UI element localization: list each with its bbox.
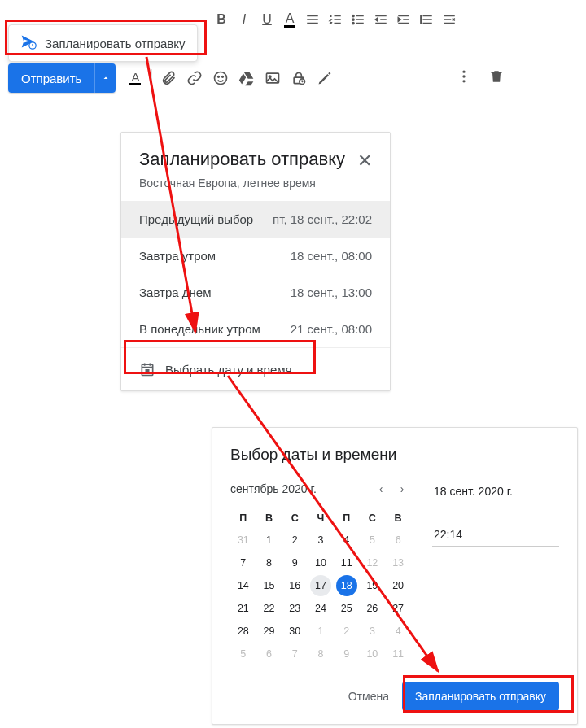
calendar-day[interactable]: 23 bbox=[282, 597, 308, 620]
close-icon[interactable]: ✕ bbox=[357, 150, 372, 172]
text-format-icon[interactable]: A bbox=[122, 65, 148, 91]
schedule-send-popup: Запланировать отправку ✕ Восточная Европ… bbox=[120, 132, 391, 391]
bullet-list-icon[interactable] bbox=[347, 8, 370, 31]
calendar-day[interactable]: 14 bbox=[230, 574, 256, 597]
calendar-day[interactable]: 29 bbox=[256, 620, 282, 643]
clear-format-icon[interactable] bbox=[438, 8, 461, 31]
calendar-day[interactable]: 4 bbox=[385, 620, 411, 643]
calendar-day[interactable]: 2 bbox=[334, 620, 360, 643]
calendar-icon bbox=[139, 361, 155, 377]
next-month-button[interactable]: › bbox=[393, 480, 411, 498]
text-color-icon[interactable]: A bbox=[278, 8, 301, 31]
calendar-day[interactable]: 19 bbox=[360, 574, 386, 597]
underline-icon[interactable]: U bbox=[256, 8, 278, 31]
option-time: пт, 18 сент., 22:02 bbox=[273, 212, 372, 226]
dow-header: П bbox=[230, 508, 256, 529]
align-icon[interactable] bbox=[301, 8, 324, 31]
calendar-day[interactable]: 3 bbox=[360, 620, 386, 643]
svg-rect-15 bbox=[146, 370, 148, 373]
quote-icon[interactable] bbox=[415, 8, 438, 31]
bold-icon[interactable]: B bbox=[210, 8, 233, 31]
calendar-day[interactable]: 11 bbox=[334, 551, 360, 574]
pen-icon[interactable] bbox=[312, 65, 338, 91]
link-icon[interactable] bbox=[181, 65, 208, 91]
calendar-day[interactable]: 8 bbox=[308, 643, 334, 665]
schedule-send-icon bbox=[20, 33, 37, 53]
calendar-day[interactable]: 8 bbox=[256, 551, 282, 574]
calendar-day[interactable]: 26 bbox=[360, 597, 386, 620]
calendar-day[interactable]: 22 bbox=[256, 597, 282, 620]
calendar-day[interactable]: 20 bbox=[385, 574, 411, 597]
calendar-day[interactable]: 27 bbox=[385, 597, 411, 620]
pick-date-time-button[interactable]: Выбрать дату и время bbox=[121, 347, 390, 390]
schedule-confirm-button[interactable]: Запланировать отправку bbox=[402, 682, 559, 711]
calendar-day[interactable]: 13 bbox=[385, 551, 411, 574]
svg-point-0 bbox=[352, 15, 354, 16]
indent-more-icon[interactable] bbox=[392, 8, 415, 31]
numbered-list-icon[interactable] bbox=[324, 8, 347, 31]
calendar-day[interactable]: 6 bbox=[385, 529, 411, 551]
calendar-day[interactable]: 31 bbox=[230, 529, 256, 551]
indent-less-icon[interactable] bbox=[370, 8, 392, 31]
send-more-button[interactable] bbox=[94, 63, 116, 93]
calendar-day[interactable]: 21 bbox=[230, 597, 256, 620]
pick-date-label: Выбрать дату и время bbox=[165, 363, 292, 377]
calendar-day[interactable]: 17 bbox=[308, 574, 334, 597]
dow-header: П bbox=[334, 508, 360, 529]
calendar-day[interactable]: 11 bbox=[385, 643, 411, 665]
drive-icon[interactable] bbox=[234, 65, 260, 91]
calendar-day[interactable]: 5 bbox=[230, 643, 256, 665]
calendar-day[interactable]: 15 bbox=[256, 574, 282, 597]
option-label: Завтра утром bbox=[139, 249, 216, 263]
calendar-day[interactable]: 9 bbox=[282, 551, 308, 574]
schedule-send-menu-item[interactable]: Запланировать отправку bbox=[8, 24, 198, 62]
attach-icon[interactable] bbox=[155, 65, 181, 91]
calendar-day[interactable]: 16 bbox=[282, 574, 308, 597]
calendar-day[interactable]: 6 bbox=[256, 643, 282, 665]
emoji-icon[interactable] bbox=[208, 65, 234, 91]
calendar-day[interactable]: 1 bbox=[256, 529, 282, 551]
calendar-day[interactable]: 18 bbox=[334, 574, 360, 597]
dow-header: В bbox=[256, 508, 282, 529]
more-icon[interactable] bbox=[454, 67, 474, 86]
calendar-day[interactable]: 10 bbox=[360, 643, 386, 665]
calendar-day[interactable]: 12 bbox=[360, 551, 386, 574]
send-split-button: Отправить bbox=[8, 63, 116, 93]
cancel-button[interactable]: Отмена bbox=[348, 690, 389, 703]
calendar-day[interactable]: 7 bbox=[282, 643, 308, 665]
svg-point-5 bbox=[218, 76, 220, 78]
trash-icon[interactable] bbox=[487, 67, 506, 86]
calendar-day[interactable]: 25 bbox=[334, 597, 360, 620]
option-label: Завтра днем bbox=[139, 286, 211, 299]
svg-point-2 bbox=[352, 22, 354, 24]
option-time: 18 сент., 13:00 bbox=[291, 286, 372, 299]
prev-month-button[interactable]: ‹ bbox=[372, 480, 390, 498]
calendar-day[interactable]: 4 bbox=[334, 529, 360, 551]
option-label: В понедельник утром bbox=[139, 322, 260, 336]
calendar-day[interactable]: 1 bbox=[308, 620, 334, 643]
calendar-day[interactable]: 30 bbox=[282, 620, 308, 643]
option-time: 21 сент., 08:00 bbox=[291, 322, 372, 336]
calendar-day[interactable]: 7 bbox=[230, 551, 256, 574]
italic-icon[interactable]: I bbox=[233, 8, 256, 31]
calendar-day[interactable]: 28 bbox=[230, 620, 256, 643]
calendar-day[interactable]: 9 bbox=[334, 643, 360, 665]
calendar-day[interactable]: 3 bbox=[308, 529, 334, 551]
calendar-day[interactable]: 5 bbox=[360, 529, 386, 551]
date-input[interactable]: 18 сент. 2020 г. bbox=[432, 480, 559, 503]
calendar-day[interactable]: 2 bbox=[282, 529, 308, 551]
time-input[interactable]: 22:14 bbox=[432, 523, 559, 547]
calendar-day[interactable]: 24 bbox=[308, 597, 334, 620]
calendar: сентябрь 2020 г. ‹ › ПВСЧПСВ 31123456789… bbox=[230, 480, 411, 665]
confidential-icon[interactable] bbox=[286, 65, 312, 91]
calendar-day[interactable]: 10 bbox=[308, 551, 334, 574]
image-icon[interactable] bbox=[260, 65, 286, 91]
send-button[interactable]: Отправить bbox=[8, 63, 94, 93]
schedule-option[interactable]: В понедельник утром21 сент., 08:00 bbox=[121, 311, 390, 347]
option-time: 18 сент., 08:00 bbox=[291, 249, 372, 263]
schedule-option[interactable]: Завтра днем18 сент., 13:00 bbox=[121, 274, 390, 311]
dow-header: В bbox=[385, 508, 411, 529]
schedule-option[interactable]: Предыдущий выборпт, 18 сент., 22:02 bbox=[121, 201, 390, 238]
picker-title: Выбор даты и времени bbox=[230, 446, 559, 464]
schedule-option[interactable]: Завтра утром18 сент., 08:00 bbox=[121, 238, 390, 274]
